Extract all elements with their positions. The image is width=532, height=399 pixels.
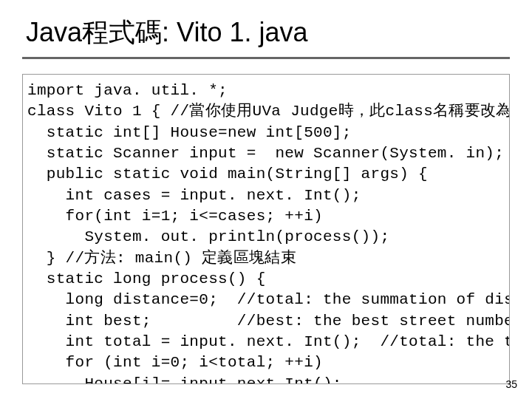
page-number: 35: [505, 378, 517, 390]
code-box: import java. util. *; class Vito 1 { //當…: [22, 74, 510, 384]
slide-title: Java程式碼: Vito 1. java: [22, 15, 510, 51]
code-content: import java. util. *; class Vito 1 { //當…: [27, 81, 505, 384]
slide-container: Java程式碼: Vito 1. java import java. util.…: [0, 0, 532, 399]
title-underline: [22, 57, 510, 59]
